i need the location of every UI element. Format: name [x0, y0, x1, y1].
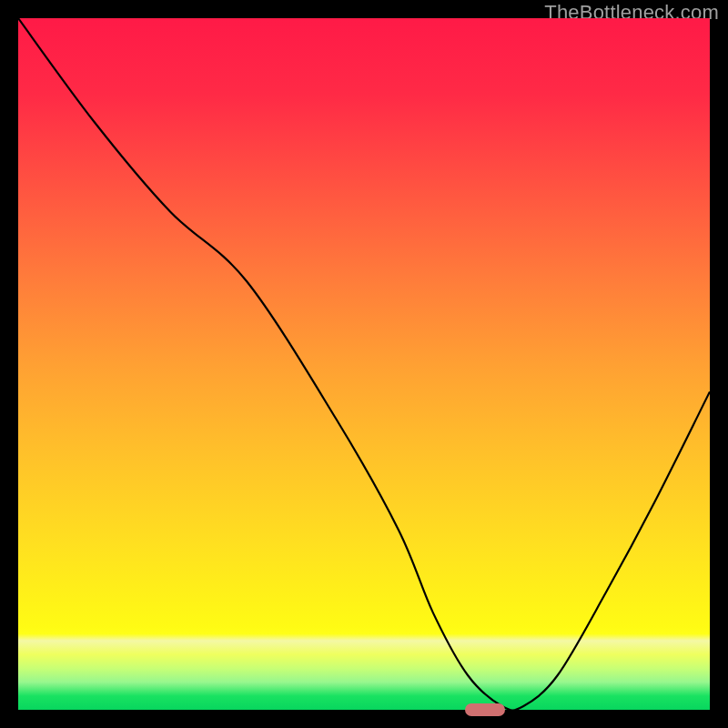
bottleneck-curve: [18, 18, 710, 710]
optimal-marker: [465, 703, 505, 716]
chart-frame: [18, 18, 710, 710]
